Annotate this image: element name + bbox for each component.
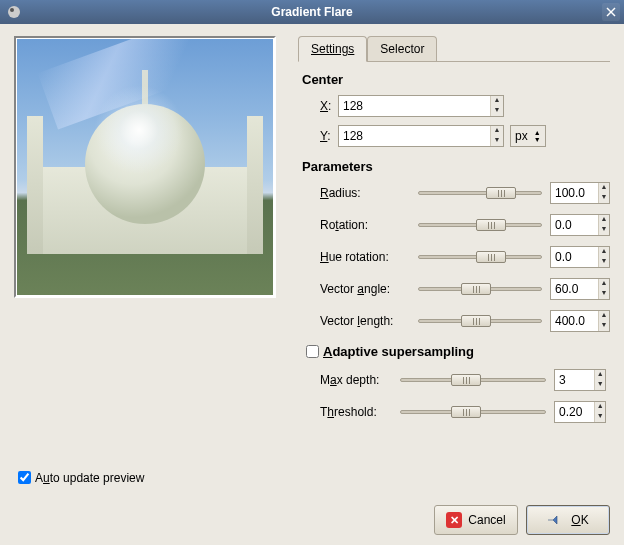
close-button[interactable] xyxy=(602,3,620,21)
ok-button[interactable]: OK xyxy=(526,505,610,535)
center-y-label: Y: xyxy=(320,129,338,143)
max-depth-slider[interactable] xyxy=(400,370,546,390)
close-icon xyxy=(606,7,616,17)
threshold-slider[interactable] xyxy=(400,402,546,422)
vector-angle-slider[interactable] xyxy=(418,279,542,299)
ok-label: OK xyxy=(571,513,588,527)
center-x-label: X: xyxy=(320,99,338,113)
hue-label: Hue rotation: xyxy=(320,250,418,264)
radius-input[interactable]: ▲▼ xyxy=(550,182,610,204)
unit-selector[interactable]: px ▲▼ xyxy=(510,125,546,147)
center-x-spinner[interactable]: ▲▼ xyxy=(490,96,503,116)
auto-update-checkbox[interactable] xyxy=(18,471,31,484)
max-depth-label: Max depth: xyxy=(320,373,400,387)
vector-length-input[interactable]: ▲▼ xyxy=(550,310,610,332)
rotation-label: Rotation: xyxy=(320,218,418,232)
center-x-input[interactable]: ▲▼ xyxy=(338,95,504,117)
section-parameters-heading: Parameters xyxy=(302,159,610,174)
center-y-spinner[interactable]: ▲▼ xyxy=(490,126,503,146)
max-depth-input[interactable]: ▲▼ xyxy=(554,369,606,391)
preview-frame xyxy=(14,36,276,298)
vector-length-slider[interactable] xyxy=(418,311,542,331)
svg-point-0 xyxy=(8,6,20,18)
titlebar: Gradient Flare xyxy=(0,0,624,24)
preview-image xyxy=(17,39,273,295)
section-adaptive-heading: Adaptive supersampling xyxy=(323,344,474,359)
radius-label: Radius: xyxy=(320,186,418,200)
gradient-flare-dialog: Gradient Flare xyxy=(0,0,624,545)
threshold-label: Threshold: xyxy=(320,405,400,419)
threshold-input[interactable]: ▲▼ xyxy=(554,401,606,423)
vector-angle-input[interactable]: ▲▼ xyxy=(550,278,610,300)
dialog-content: Auto update preview Settings Selector Ce… xyxy=(0,24,624,545)
section-center-heading: Center xyxy=(302,72,610,87)
hue-input[interactable]: ▲▼ xyxy=(550,246,610,268)
rotation-slider[interactable] xyxy=(418,215,542,235)
rotation-input[interactable]: ▲▼ xyxy=(550,214,610,236)
window-title: Gradient Flare xyxy=(0,5,624,19)
chevron-updown-icon: ▲▼ xyxy=(534,129,541,143)
radius-slider[interactable] xyxy=(418,183,542,203)
tabs: Settings Selector xyxy=(298,36,610,62)
ok-icon xyxy=(547,513,565,527)
cancel-button[interactable]: ✕ Cancel xyxy=(434,505,518,535)
unit-label: px xyxy=(515,129,528,143)
tab-selector[interactable]: Selector xyxy=(367,36,437,61)
tab-settings[interactable]: Settings xyxy=(298,36,367,62)
center-y-input[interactable]: ▲▼ xyxy=(338,125,504,147)
vector-length-label: Vector length: xyxy=(320,314,418,328)
hue-slider[interactable] xyxy=(418,247,542,267)
adaptive-checkbox[interactable] xyxy=(306,345,319,358)
vector-angle-label: Vector angle: xyxy=(320,282,418,296)
cancel-label: Cancel xyxy=(468,513,505,527)
auto-update-label: Auto update preview xyxy=(35,471,144,485)
app-icon xyxy=(6,4,22,20)
svg-point-1 xyxy=(10,8,14,12)
cancel-icon: ✕ xyxy=(446,512,462,528)
